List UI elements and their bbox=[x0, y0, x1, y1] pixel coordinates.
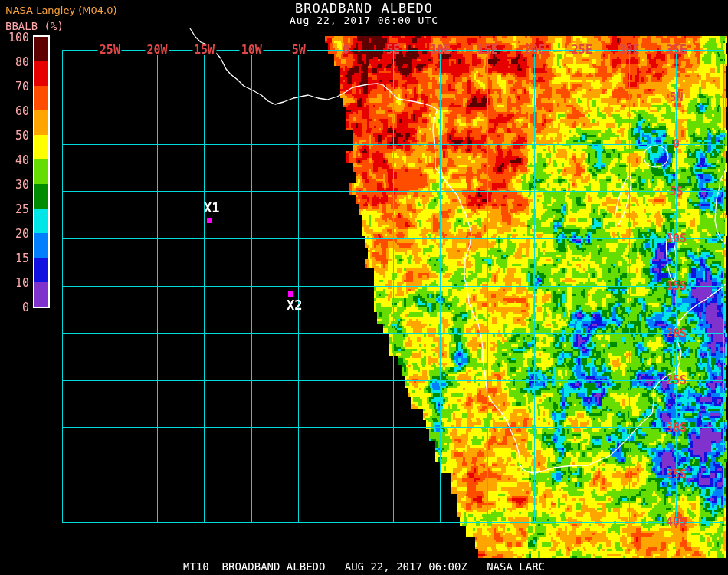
colorbar-segment bbox=[34, 61, 48, 86]
latitude-label: 40S bbox=[666, 517, 687, 527]
latitude-label: 0 bbox=[673, 139, 680, 150]
latitude-label: 35S bbox=[666, 469, 687, 480]
source-label: NASA Langley (M04.0) bbox=[5, 5, 117, 16]
colorbar-segment bbox=[34, 184, 48, 209]
colorbar-segment bbox=[34, 110, 48, 135]
latitude-label: 30S bbox=[666, 422, 687, 433]
colorbar-tick-label: 80 bbox=[3, 55, 29, 69]
marker-square-x2 bbox=[288, 291, 293, 297]
longitude-label: 25W bbox=[98, 44, 122, 55]
latitude-label: 5N bbox=[670, 92, 684, 103]
colorbar-tick-label: 30 bbox=[3, 178, 29, 192]
colorbar-tick-label: 50 bbox=[3, 129, 29, 143]
marker-square-x1 bbox=[207, 218, 212, 223]
longitude-label: 25E bbox=[572, 44, 592, 55]
colorbar-tick-label: 60 bbox=[3, 104, 29, 118]
longitude-label: 15W bbox=[192, 44, 216, 55]
longitude-label: 15E bbox=[477, 44, 498, 55]
colorbar-tick-label: 0 bbox=[3, 301, 29, 314]
colorbar-segment bbox=[34, 159, 48, 184]
colorbar-segment bbox=[34, 135, 48, 159]
colorbar-segment bbox=[34, 233, 48, 258]
colorbar-segment bbox=[34, 37, 48, 61]
colorbar-segment bbox=[34, 86, 48, 110]
longitude-label: 35E bbox=[666, 44, 687, 55]
colorbar-tick-label: 20 bbox=[3, 227, 29, 241]
colorbar bbox=[33, 35, 50, 308]
longitude-label: 20E bbox=[524, 44, 545, 55]
latitude-label: 10S bbox=[666, 233, 687, 244]
longitude-label: 20W bbox=[145, 44, 169, 55]
longitude-label: 10W bbox=[240, 44, 264, 55]
colorbar-tick-label: 70 bbox=[3, 80, 29, 94]
longitude-label: 0 bbox=[343, 44, 349, 55]
colorbar-tick-label: 40 bbox=[3, 153, 29, 167]
status-bar-text: MT10 BROADBAND ALBEDO AUG 22, 2017 06:00… bbox=[0, 560, 728, 573]
colorbar-tick-label: 100 bbox=[3, 31, 29, 44]
marker-label-x2: X2 bbox=[287, 299, 302, 311]
albedo-plot-frame: BROADBAND ALBEDO Aug 22, 2017 06:00 UTC … bbox=[0, 0, 728, 575]
albedo-map-canvas bbox=[0, 0, 728, 575]
colorbar-segment bbox=[34, 258, 48, 282]
page-subtitle: Aug 22, 2017 06:00 UTC bbox=[0, 15, 728, 26]
longitude-label: 10E bbox=[430, 44, 451, 55]
colorbar-tick-label: 10 bbox=[3, 276, 29, 290]
latitude-label: 20S bbox=[666, 328, 687, 339]
marker-label-x1: X1 bbox=[204, 202, 219, 214]
latitude-label: 15S bbox=[666, 281, 687, 291]
longitude-label: 5W bbox=[290, 44, 307, 55]
colorbar-segment bbox=[34, 282, 48, 307]
colorbar-segment bbox=[34, 209, 48, 233]
colorbar-tick-label: 15 bbox=[3, 251, 29, 265]
latitude-label: 5S bbox=[670, 186, 684, 197]
longitude-label: 30E bbox=[618, 44, 639, 55]
longitude-label: 5E bbox=[386, 44, 400, 55]
colorbar-tick-label: 25 bbox=[3, 202, 29, 216]
latitude-label: 25S bbox=[666, 375, 687, 386]
